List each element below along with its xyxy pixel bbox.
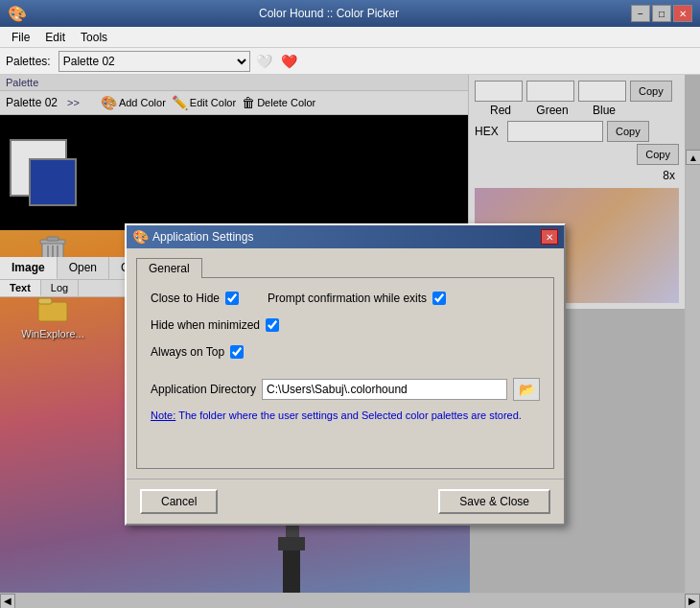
application-settings-dialog: 🎨 Application Settings ✕ General Close t…	[125, 223, 566, 526]
dialog-title: Application Settings	[152, 230, 253, 244]
note-label: Note:	[151, 409, 175, 421]
app-directory-row: Application Directory 📂	[151, 378, 540, 401]
menu-edit[interactable]: Edit	[37, 29, 73, 46]
dir-input[interactable]	[262, 379, 507, 400]
dialog-title-bar: 🎨 Application Settings ✕	[127, 225, 564, 248]
dialog-tab-content: Close to Hide Prompt confirmation while …	[136, 277, 554, 469]
hide-when-min-checkbox[interactable]	[266, 318, 279, 332]
menu-file[interactable]: File	[4, 29, 37, 46]
menu-bar: File Edit Tools	[0, 27, 700, 48]
dialog-tab[interactable]: General	[136, 258, 554, 277]
dir-label: Application Directory	[151, 383, 256, 396]
prompt-confirm-item: Prompt confirmation while exits	[268, 292, 446, 305]
app-title: Color Hound :: Color Picker	[27, 7, 631, 20]
cancel-button[interactable]: Cancel	[140, 489, 218, 514]
prompt-confirm-checkbox[interactable]	[432, 292, 446, 305]
settings-row-3: Always on Top	[151, 345, 540, 359]
window-controls: − □ ✕	[631, 5, 692, 22]
dir-browse-button[interactable]: 📂	[513, 378, 540, 401]
palette-heart-icon[interactable]: 🤍	[254, 51, 275, 72]
general-tab[interactable]: General	[136, 258, 202, 278]
hide-when-min-item: Hide when minimized	[151, 318, 279, 332]
menu-tools[interactable]: Tools	[73, 29, 115, 46]
palette-select[interactable]: Palette 02	[58, 51, 250, 72]
minimize-button[interactable]: −	[631, 5, 650, 22]
dialog-footer: Cancel Save & Close	[127, 479, 564, 524]
palette-star-icon[interactable]: ❤️	[279, 51, 300, 72]
always-on-top-label: Always on Top	[151, 345, 224, 359]
dialog-body: General Close to Hide Prompt confirmatio…	[127, 248, 564, 479]
title-bar: 🎨 Color Hound :: Color Picker − □ ✕	[0, 0, 700, 27]
always-on-top-checkbox[interactable]	[230, 345, 244, 359]
always-on-top-item: Always on Top	[151, 345, 244, 359]
note-area: Note: The folder where the user settings…	[151, 409, 540, 423]
folder-open-icon: 📂	[519, 382, 535, 397]
save-close-button[interactable]: Save & Close	[438, 489, 550, 514]
settings-row-1: Close to Hide Prompt confirmation while …	[151, 292, 540, 305]
palette-bar: Palettes: Palette 02 🤍 ❤️	[0, 48, 700, 75]
prompt-confirm-label: Prompt confirmation while exits	[268, 292, 427, 305]
settings-row-2: Hide when minimized	[151, 318, 540, 332]
app-icon: 🎨	[8, 5, 27, 23]
modal-overlay: 🎨 Application Settings ✕ General Close t…	[0, 75, 700, 608]
note-content: The folder where the user settings and S…	[178, 409, 522, 421]
dialog-close-button[interactable]: ✕	[541, 229, 558, 245]
maximize-button[interactable]: □	[652, 5, 671, 22]
dialog-title-icon: 🎨	[132, 229, 149, 245]
hide-when-min-label: Hide when minimized	[151, 318, 260, 332]
note-text: Note: The folder where the user settings…	[151, 409, 522, 421]
close-to-hide-label: Close to Hide	[151, 292, 220, 305]
close-to-hide-item: Close to Hide	[151, 292, 239, 305]
palettes-label: Palettes:	[6, 55, 51, 68]
close-to-hide-checkbox[interactable]	[225, 292, 239, 305]
close-button[interactable]: ✕	[673, 5, 692, 22]
